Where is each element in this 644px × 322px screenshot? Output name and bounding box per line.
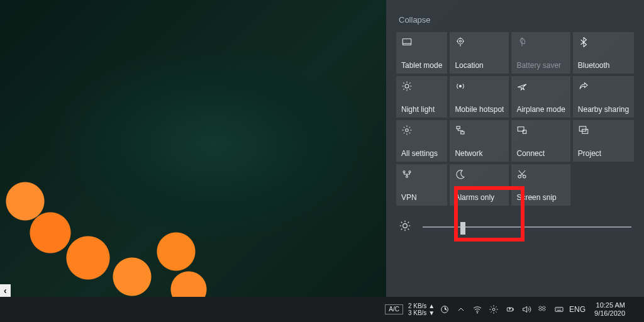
tile-label: Bluetooth [578, 61, 629, 70]
project-icon [578, 125, 629, 136]
tile-label: Alarms only [455, 193, 504, 202]
tile-all-settings[interactable]: All settings [396, 120, 447, 162]
tile-label: Battery saver [516, 61, 565, 70]
tile-network[interactable]: Network [450, 120, 509, 162]
power-icon[interactable] [505, 304, 515, 314]
tile-label: Location [455, 61, 504, 70]
sun-icon [401, 80, 442, 92]
svg-rect-22 [555, 308, 563, 312]
net-up: 2 KB/s ▲ [408, 303, 435, 309]
tile-label: Project [578, 149, 629, 158]
svg-point-5 [406, 129, 409, 132]
svg-point-12 [403, 171, 405, 173]
svg-point-19 [477, 313, 477, 313]
svg-rect-0 [402, 39, 411, 45]
leaf-icon [516, 36, 565, 48]
ac-indicator: A/C [385, 304, 403, 314]
svg-point-4 [460, 86, 462, 87]
tile-night-light[interactable]: Night light [396, 76, 447, 118]
tile-project[interactable]: Project [573, 120, 634, 162]
svg-rect-10 [579, 126, 586, 131]
net-down: 3 KB/s ▼ [408, 309, 435, 316]
gear-icon [401, 125, 442, 136]
brightness-slider-thumb[interactable] [460, 222, 465, 235]
wifi-icon[interactable] [472, 304, 482, 314]
action-center-panel: Collapse Tablet modeLocationBattery save… [386, 0, 644, 297]
tile-label: Connect [516, 149, 565, 158]
clock[interactable]: 10:25 AM 9/16/2020 [594, 301, 625, 318]
snip-icon [516, 169, 565, 180]
dropbox-icon[interactable] [538, 304, 548, 314]
tile-label: VPN [401, 193, 442, 202]
tile-bluetooth[interactable]: Bluetooth [573, 32, 634, 74]
tile-battery-saver[interactable]: Battery saver [511, 32, 570, 74]
svg-point-13 [409, 171, 411, 173]
chevron-up-icon[interactable] [456, 304, 466, 314]
tablet-icon [401, 36, 442, 48]
brightness-icon [399, 219, 411, 235]
tile-label: Airplane mode [516, 105, 565, 114]
tile-label: Mobile hotspot [455, 105, 504, 114]
tile-nearby-sharing[interactable]: Nearby sharing [573, 76, 634, 118]
quick-action-tiles: Tablet modeLocationBattery saverBluetoot… [396, 32, 634, 206]
share-icon [578, 80, 629, 92]
tile-label: Night light [401, 105, 442, 114]
svg-rect-6 [457, 126, 460, 129]
brightness-slider[interactable] [423, 226, 631, 228]
tile-label: Tablet mode [401, 61, 442, 70]
airplane-icon [516, 80, 565, 92]
tile-mobile-hotspot[interactable]: Mobile hotspot [450, 76, 509, 118]
brightness-row [396, 219, 634, 235]
tile-label: Network [455, 149, 504, 158]
bluetooth-icon [578, 36, 629, 48]
svg-point-20 [492, 308, 495, 311]
svg-point-14 [406, 175, 408, 177]
hotspot-icon [455, 80, 504, 92]
network-speed: 2 KB/s ▲ 3 KB/s ▼ [408, 303, 435, 316]
svg-point-17 [403, 224, 408, 228]
network-icon [455, 125, 504, 136]
tile-label: Screen snip [516, 193, 565, 202]
vpn-icon [401, 169, 442, 180]
tile-tablet-mode[interactable]: Tablet mode [396, 32, 447, 74]
svg-point-3 [405, 84, 409, 88]
tile-alarms-only[interactable]: Alarms only [450, 164, 509, 206]
gear-icon[interactable] [489, 304, 499, 314]
connect-icon [516, 125, 565, 136]
tile-label: Nearby sharing [578, 105, 629, 114]
taskbar: A/C 2 KB/s ▲ 3 KB/s ▼ ENG 10:25 AM 9/16/… [0, 297, 644, 322]
svg-rect-9 [523, 130, 526, 133]
moon-icon [455, 169, 504, 180]
svg-point-1 [460, 40, 462, 42]
pie-icon[interactable] [440, 304, 450, 314]
svg-rect-7 [461, 131, 464, 134]
system-tray [440, 304, 564, 314]
tile-vpn[interactable]: VPN [396, 164, 447, 206]
tile-location[interactable]: Location [450, 32, 509, 74]
language-indicator[interactable]: ENG [569, 305, 586, 314]
tile-connect[interactable]: Connect [511, 120, 570, 162]
tile-screen-snip[interactable]: Screen snip [511, 164, 570, 206]
clock-date: 9/16/2020 [594, 309, 625, 318]
keyboard-icon[interactable] [554, 304, 564, 314]
tile-airplane-mode[interactable]: Airplane mode [511, 76, 570, 118]
clock-time: 10:25 AM [594, 301, 625, 309]
svg-point-2 [458, 38, 464, 44]
start-window-edge: ‹ [0, 284, 11, 297]
location-icon [455, 36, 504, 48]
volume-icon[interactable] [521, 304, 531, 314]
tile-label: All settings [401, 149, 442, 158]
collapse-link[interactable]: Collapse [396, 0, 431, 32]
